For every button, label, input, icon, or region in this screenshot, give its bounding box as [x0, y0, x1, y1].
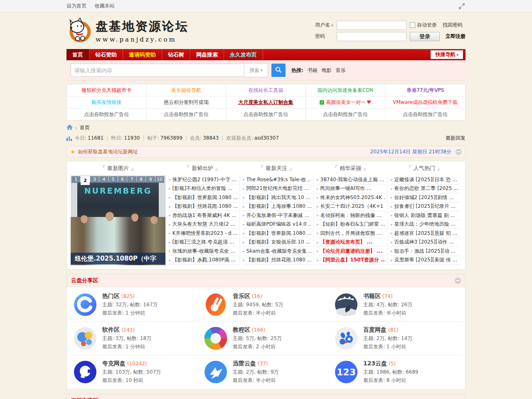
- collapse-icon[interactable]: [456, 149, 462, 155]
- list-item[interactable]: ▸K开播吧情景喜剧2023 - d ...: [169, 229, 237, 238]
- nav-item-5[interactable]: 网盘搜索: [190, 49, 224, 60]
- list-item[interactable]: ▸【影视剧】丝路花雨.1080 ...: [243, 256, 311, 265]
- login-button[interactable]: 登录: [410, 32, 440, 41]
- list-item[interactable]: ▸【论坛开启邀请码注册】 ...: [317, 247, 385, 256]
- forum-card[interactable]: 书籍区(74)主题: 4万, 帖数: 26万最后发表: 半小时前: [331, 293, 462, 317]
- nav-item-3[interactable]: 邀请码赞助: [123, 49, 162, 60]
- list-item[interactable]: ▸狙击手：激战 [2025][动 ...: [391, 247, 459, 256]
- slider-tab-10[interactable]: 10: [155, 176, 164, 183]
- list-item[interactable]: ▸【影视剧】杀戮.1080P高 ...: [169, 256, 237, 265]
- password-input[interactable]: [337, 32, 406, 41]
- ad-link-r3c5[interactable]: 点击自助投放广告位: [385, 108, 465, 120]
- forum-name-link[interactable]: 123云盘: [363, 360, 387, 367]
- slider-tab-5[interactable]: 5: [109, 176, 118, 183]
- list-item[interactable]: ▸福昕高级PDF编辑器 v14.0 ...: [243, 220, 311, 229]
- nav-item-2[interactable]: 钻石赞助: [89, 49, 123, 60]
- quick-nav-button[interactable]: 快捷导航▾: [431, 50, 463, 59]
- list-item[interactable]: ▸【影视剧】世界新闻.1080 ...: [169, 193, 237, 202]
- collapse-icon[interactable]: [455, 278, 461, 284]
- list-item[interactable]: ▸长安二十四计.2025（4K+1 ...: [317, 202, 385, 212]
- slider-tab-4[interactable]: 4: [99, 176, 108, 183]
- list-item[interactable]: ▸【影视剧】丝路花雨.1080 ...: [169, 202, 237, 212]
- list-item[interactable]: ▸民间故事一键AI写作 ...: [317, 185, 385, 194]
- ad-link-r3c3[interactable]: 点击自助投放广告位: [226, 108, 306, 120]
- forgot-password-link[interactable]: 找回密码: [443, 22, 463, 29]
- list-item[interactable]: ▸克里斯蒂 [2025][美国 传 ...: [391, 256, 459, 265]
- ad-link-r2c3[interactable]: 大尺度美女私人订制合集: [226, 96, 306, 108]
- forum-card[interactable]: 软件区(141)主题: 3万, 帖数: 18万最后发表: 1 分钟前: [70, 326, 201, 350]
- music-icon[interactable]: [204, 293, 227, 316]
- hot-keyword-2[interactable]: 电影: [322, 67, 332, 73]
- baidu-icon[interactable]: [335, 327, 358, 350]
- list-item[interactable]: ▸赤焰战场1 布鲁斯威利 4K ...: [169, 211, 237, 220]
- software-icon[interactable]: [74, 327, 97, 350]
- list-item[interactable]: ▸【阿里云盘】150T资源分 ...: [317, 256, 385, 265]
- ad-link-r1c1[interactable]: 微软积分兑天猫超市卡: [67, 84, 147, 96]
- list-item[interactable]: ▸阿郎21世纪伟大电影完结 ...: [243, 185, 311, 194]
- list-item[interactable]: ▸【影视剧】跳出我天地.10 ...: [243, 193, 311, 202]
- pan123-icon[interactable]: 123: [335, 360, 358, 384]
- slider-tab-1[interactable]: 1: [71, 176, 80, 183]
- list-item[interactable]: ▸【影视剧】世界新闻.1080 ...: [243, 229, 311, 238]
- slider-tab-6[interactable]: 6: [118, 176, 127, 183]
- list-item[interactable]: ▸【影视剧】女狼俱乐部.10 ...: [243, 238, 311, 247]
- list-item[interactable]: ▸Skam合集-收藏版夸克全集 ...: [243, 247, 311, 256]
- auto-login-checkbox[interactable]: 自动登录: [410, 22, 437, 29]
- nav-item-6[interactable]: 永久发布页: [224, 49, 263, 60]
- ad-link-r1c5[interactable]: 香港77元/年VPS: [385, 84, 465, 96]
- list-item[interactable]: ▸大块头有大智慧 大只佬(2 ...: [169, 220, 237, 229]
- list-item[interactable]: ▸名侦探柯南：独眼的残像 ...: [317, 211, 385, 220]
- breadcrumb-home-link[interactable]: 首页: [80, 124, 90, 131]
- bookmark-link[interactable]: 收藏本站: [95, 3, 115, 9]
- list-item[interactable]: ▸[影视]不相信人类的冒险 ...: [169, 185, 237, 194]
- forum-name-link[interactable]: 夸克网盘: [102, 360, 126, 367]
- hot-icon[interactable]: [74, 293, 97, 316]
- forum-card[interactable]: 热门区(825)主题: 32万, 帖数: 167万最后发表: 1 分钟前: [70, 293, 201, 317]
- ad-link-r3c4[interactable]: 点击自助投放广告位: [306, 108, 386, 120]
- chevron-down-icon[interactable]: ▾: [331, 23, 333, 27]
- slider-tab-8[interactable]: 8: [137, 176, 145, 183]
- announcement-link[interactable]: 如何获取盘基地论坛新网址: [78, 148, 138, 155]
- list-item[interactable]: ▸侏罗纪公园2 (1997)-中字 ...: [169, 175, 237, 185]
- slider-tab-7[interactable]: 7: [127, 176, 136, 183]
- ad-link-r1c2[interactable]: 美女磁链导航: [147, 84, 227, 96]
- list-item[interactable]: ▸【短剧】盼春归&玉门娇室 ...: [317, 220, 385, 229]
- quark-icon[interactable]: [74, 360, 97, 384]
- site-logo[interactable]: 盘基地资源论坛 www.panjdzy.com: [66, 17, 189, 44]
- list-item[interactable]: ▸超感迷宫 [2025][悬疑 犯 ...: [391, 229, 459, 238]
- list-item[interactable]: ▸开心鬼放暑假-中字未删减 ...: [243, 211, 311, 220]
- list-item[interactable]: ▸星球大战：少年绝地历险 ...: [391, 220, 459, 229]
- latest-reply-link[interactable]: 最新回复: [446, 135, 466, 142]
- list-item[interactable]: ▸链锯人 剧场版 蕾塞篇 剧 ...: [391, 211, 459, 220]
- set-home-link[interactable]: 设为首页: [66, 3, 86, 9]
- list-item[interactable]: ▸终末的女武神S03.2025.4K ...: [317, 193, 385, 202]
- slider-tab-2[interactable]: 2: [81, 176, 89, 185]
- forum-name-link[interactable]: 热门区: [102, 293, 120, 299]
- list-item[interactable]: ▸【影视剧】上海故事.1080 ...: [243, 202, 311, 212]
- search-button[interactable]: [271, 64, 286, 77]
- nav-item-1[interactable]: 首页: [66, 49, 89, 60]
- search-input[interactable]: [71, 64, 244, 77]
- forum-card[interactable]: 教程区(166)主题: 5万, 帖数: 25万最后发表: 2 小时前: [201, 326, 331, 350]
- forum-name-link[interactable]: 百度网盘: [363, 326, 387, 333]
- ad-link-r1c4[interactable]: 国内访问加速免备案CDN: [306, 84, 386, 96]
- ad-link-r2c4[interactable]: ✓高颜值美女一对一♥: [306, 96, 386, 108]
- nav-item-4[interactable]: 钻石树: [162, 49, 190, 60]
- forum-name-link[interactable]: 音乐区: [233, 293, 250, 299]
- ad-link-r1c3[interactable]: 在线站长工具箱: [226, 84, 306, 96]
- list-item[interactable]: ▸38740-我靠心动值走上巅 ...: [317, 175, 385, 185]
- list-item[interactable]: ▸【资源论坛发布页】 ...: [317, 238, 385, 247]
- list-item[interactable]: ▸回到古代，开局拯救双胞 ...: [317, 229, 385, 238]
- forum-card[interactable]: 迅雷云盘(37)主题: 2万, 帖数: 9万最后发表: 半小时前: [201, 360, 331, 384]
- section-title[interactable]: 云盘分享区: [71, 277, 98, 284]
- book-icon[interactable]: [335, 293, 358, 316]
- forum-name-link[interactable]: 教程区: [233, 326, 250, 333]
- register-link[interactable]: 立即注册: [446, 33, 466, 40]
- username-input[interactable]: [337, 21, 406, 30]
- section-title[interactable]: 资源交流区: [71, 397, 98, 399]
- list-item[interactable]: ▸百炼成神3 [2025][动作 ...: [391, 238, 459, 247]
- ad-link-r3c1[interactable]: 点击自助投放广告位: [67, 108, 147, 120]
- hot-keyword-1[interactable]: 书籍: [308, 67, 318, 73]
- fullscreen-icon[interactable]: [458, 2, 466, 10]
- ad-link-r2c1[interactable]: 购买友情链接: [67, 96, 147, 108]
